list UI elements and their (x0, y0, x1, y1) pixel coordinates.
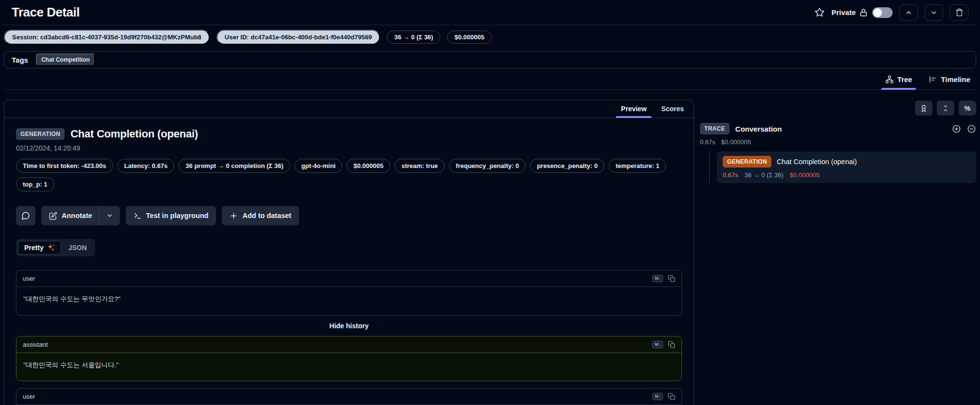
message-header: user M↓ (17, 270, 681, 287)
metric-badge: $0.000005 (347, 159, 390, 173)
observation-item-title: Chat Completion (openai) (777, 158, 857, 166)
privacy-label: Private (831, 8, 856, 17)
trace-title: Conversation (735, 125, 782, 133)
metric-badges-row: Time to first token: -423.00s Latency: 0… (16, 159, 682, 191)
format-pretty-label: Pretty (24, 244, 44, 252)
metrics-toggle-button[interactable]: % (959, 101, 976, 116)
terminal-icon (133, 212, 142, 220)
trace-cost: $0.000005 (721, 138, 751, 146)
generation-title: Chat Completion (openai) (70, 128, 198, 140)
panel-tabs: Preview Scores (4, 100, 694, 118)
metric-badge: frequency_penalty: 0 (449, 159, 526, 173)
trace-latency: 0.67s (700, 138, 715, 146)
copy-icon[interactable] (668, 341, 675, 348)
format-json-button[interactable]: JSON (62, 241, 93, 254)
bookmark-star-button[interactable] (814, 7, 825, 17)
copy-icon[interactable] (668, 275, 675, 282)
tags-label: Tags (12, 56, 28, 64)
page-header: Trace Detail Private (4, 0, 976, 25)
page-title: Trace Detail (12, 5, 80, 20)
metric-badge: Latency: 0.67s (117, 159, 175, 173)
delete-trace-button[interactable] (950, 4, 968, 21)
message-content: "대한민국의 수도는 서울입니다." (17, 353, 681, 381)
chevron-down-icon (930, 9, 938, 17)
public-toggle-switch[interactable] (872, 7, 893, 18)
markdown-toggle-icon[interactable]: M↓ (652, 393, 663, 400)
message-content: "대한민국의 수도는 무엇인가요?" (17, 287, 681, 315)
observation-item-metrics: 0.67s 36 → 0 (Σ 36) $0.000005 (723, 171, 970, 179)
trace-type-badge: TRACE (700, 123, 730, 135)
markdown-toggle-icon[interactable]: M↓ (652, 341, 663, 348)
tab-scores[interactable]: Scores (660, 104, 685, 118)
plus-icon (230, 212, 238, 220)
format-toggle: Pretty JSON (16, 239, 95, 256)
previous-trace-button[interactable] (899, 4, 918, 21)
message-tools: M↓ (652, 393, 675, 400)
tree-icon (885, 75, 894, 84)
content-split: Preview Scores GENERATION Chat Completio… (4, 100, 976, 405)
sparkles-icon (47, 244, 55, 252)
star-icon (814, 7, 825, 17)
message-tools: M↓ (652, 341, 675, 348)
metric-badge: 36 prompt → 0 completion (Σ 36) (179, 159, 290, 173)
observation-body: GENERATION Chat Completion (openai) 02/1… (4, 118, 694, 405)
playground-label: Test in playground (146, 212, 209, 219)
chevron-down-icon (106, 212, 113, 219)
message-role: user (23, 275, 35, 282)
format-pretty-button[interactable]: Pretty (18, 241, 61, 254)
observation-item-header: GENERATION Chat Completion (openai) (723, 156, 970, 168)
session-badge[interactable]: Session: cd3abcd6-c81c-4037-935d-19d9f27… (4, 30, 210, 45)
add-to-dataset-button[interactable]: Add to dataset (222, 206, 299, 225)
message-header: assistant M↓ (17, 337, 681, 353)
expand-all-icon[interactable] (952, 124, 961, 134)
metric-badge: gpt-4o-mini (295, 159, 343, 173)
message-role: assistant (23, 341, 48, 348)
observation-tree-branch: GENERATION Chat Completion (openai) 0.67… (709, 152, 976, 183)
tab-tree[interactable]: Tree (884, 74, 914, 89)
view-mode-tabs: Tree Timeline (4, 68, 976, 90)
annotate-dropdown-button[interactable] (100, 206, 120, 225)
user-id-badge[interactable]: User ID: dc47a41e-06bc-400d-bde1-f0e440d… (216, 30, 381, 45)
hide-history-button[interactable]: Hide history (16, 316, 682, 336)
markdown-toggle-icon[interactable]: M↓ (652, 275, 663, 282)
annotate-label: Annotate (62, 212, 92, 219)
next-trace-button[interactable] (925, 4, 943, 21)
test-in-playground-button[interactable]: Test in playground (126, 206, 216, 225)
metric-badge: stream: true (395, 159, 445, 173)
metric-badge: temperature: 1 (609, 159, 666, 173)
generation-header: GENERATION Chat Completion (openai) (16, 128, 682, 140)
collapse-icon[interactable] (967, 124, 976, 134)
trace-detail-page: Trace Detail Private (0, 0, 980, 405)
tab-preview[interactable]: Preview (620, 104, 648, 118)
total-cost-badge: $0.000005 (447, 31, 491, 44)
metric-badge: presence_penalty: 0 (530, 159, 604, 173)
trace-tree-sidebar: % TRACE Conversation 0.67s $0.000005 (700, 100, 976, 183)
message-box-user-2: user M↓ "감사합니다 " (16, 388, 682, 405)
annotate-split-button: Annotate (41, 206, 120, 225)
message-gap (16, 381, 682, 388)
token-usage-badge: 36 → 0 (Σ 36) (387, 31, 440, 44)
tab-timeline[interactable]: Timeline (928, 74, 971, 89)
pen-square-icon (49, 212, 57, 220)
annotate-button[interactable]: Annotate (41, 206, 99, 225)
tag-chip[interactable]: Chat Competition (36, 53, 95, 66)
message-box-assistant: assistant M↓ "대한민국의 수도는 서울입니다." (16, 336, 682, 382)
observation-tree-item-selected[interactable]: GENERATION Chat Completion (openai) 0.67… (717, 152, 976, 183)
fold-vertical-icon (942, 104, 949, 112)
message-tools: M↓ (652, 275, 675, 282)
award-icon (920, 104, 928, 112)
generation-type-badge: GENERATION (16, 128, 65, 140)
copy-icon[interactable] (668, 393, 675, 400)
tab-tree-label: Tree (897, 75, 913, 84)
collapse-all-button[interactable] (937, 101, 954, 116)
metric-badge: Time to first token: -423.00s (16, 159, 113, 173)
generation-timestamp: 02/12/2024, 14:20:49 (16, 144, 682, 152)
comments-button[interactable] (16, 206, 35, 225)
scores-toggle-button[interactable] (915, 101, 932, 116)
observation-detail-card: Preview Scores GENERATION Chat Completio… (4, 100, 694, 405)
trace-root-row[interactable]: TRACE Conversation (700, 123, 976, 135)
timeline-icon (929, 75, 937, 84)
header-actions: Private (814, 4, 968, 21)
metric-badge: top_p: 1 (16, 177, 54, 191)
observation-tokens: 36 → 0 (Σ 36) (745, 171, 783, 179)
